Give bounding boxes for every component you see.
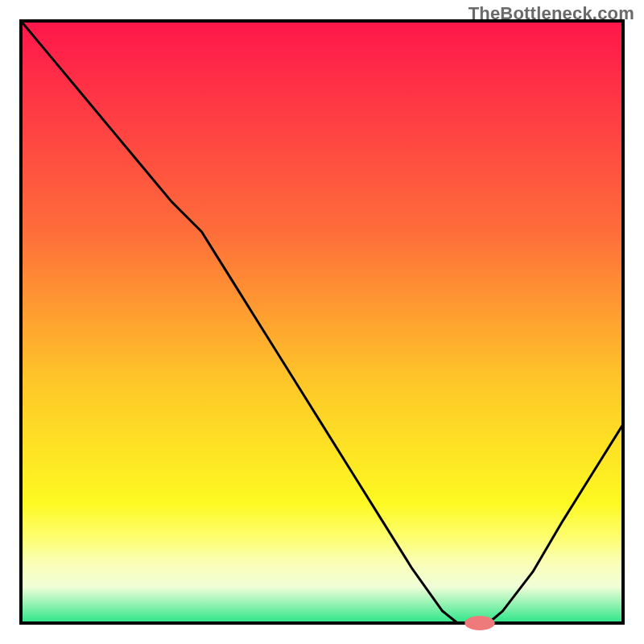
- chart-container: { "watermark": "TheBottleneck.com", "col…: [0, 0, 644, 644]
- plot-background: [21, 21, 623, 623]
- bottleneck-chart: [0, 0, 644, 644]
- optimal-point-marker: [464, 616, 494, 630]
